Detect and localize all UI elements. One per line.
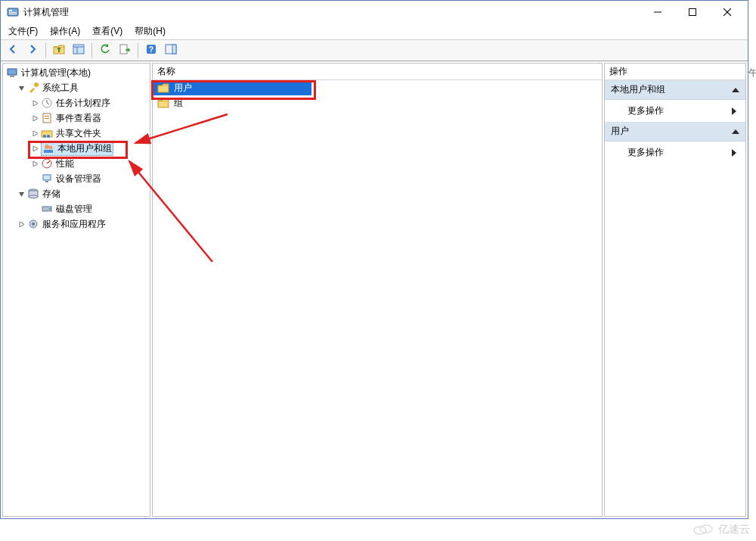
users-groups-icon [42, 142, 54, 154]
tree-system-tools-label: 系统工具 [42, 82, 79, 95]
refresh-icon [99, 43, 111, 58]
help-icon: ? [145, 43, 157, 58]
chevron-right-icon[interactable] [30, 159, 39, 168]
shared-folder-icon [41, 127, 53, 139]
svg-rect-5 [689, 9, 696, 16]
toolbar: ? [1, 40, 748, 61]
tree-local-users-groups-label: 本地用户和组 [57, 142, 112, 155]
tree-shared-folders-label: 共享文件夹 [56, 127, 101, 140]
app-window: 计算机管理 文件(F) 操作(A) 查看(V) 帮助(H) ? [0, 0, 748, 519]
folder-icon [157, 97, 169, 109]
tree-local-users-groups[interactable]: 本地用户和组 [3, 141, 150, 156]
svg-rect-1 [9, 10, 12, 11]
svg-point-37 [49, 208, 51, 210]
chevron-right-icon[interactable] [30, 144, 39, 153]
menubar: 文件(F) 操作(A) 查看(V) 帮助(H) [1, 23, 748, 40]
close-button[interactable] [710, 1, 745, 23]
svg-rect-9 [73, 45, 84, 54]
tree-storage[interactable]: 存储 [3, 186, 150, 201]
tree-root-label: 计算机管理(本地) [21, 67, 91, 79]
svg-rect-18 [10, 76, 14, 77]
tools-icon [27, 82, 39, 94]
svg-point-28 [49, 146, 53, 150]
up-button[interactable] [50, 42, 68, 60]
export-button[interactable] [116, 42, 134, 60]
tree-storage-label: 存储 [42, 188, 60, 201]
center-pane: 名称 用户 组 [152, 63, 603, 517]
tree-event-viewer[interactable]: 事件查看器 [3, 110, 150, 126]
menu-view[interactable]: 查看(V) [88, 23, 127, 39]
actions-more-1-label: 更多操作 [627, 104, 664, 117]
app-icon [7, 6, 19, 18]
actions-header: 操作 [605, 64, 745, 80]
chevron-right-icon[interactable] [30, 98, 39, 107]
svg-rect-23 [45, 118, 49, 119]
tree-services-apps[interactable]: 服务和应用程序 [3, 216, 150, 232]
menu-action[interactable]: 操作(A) [45, 23, 85, 39]
chevron-right-icon[interactable] [17, 219, 26, 229]
forward-button[interactable] [23, 42, 42, 60]
panes-icon [73, 43, 85, 58]
tree-root[interactable]: 计算机管理(本地) [3, 65, 150, 80]
svg-rect-40 [158, 86, 169, 92]
tree-system-tools[interactable]: 系统工具 [3, 80, 150, 95]
tree-disk-management[interactable]: 磁盘管理 [3, 201, 150, 216]
pane-toggle-icon [165, 43, 177, 58]
svg-rect-32 [45, 181, 48, 182]
svg-rect-12 [120, 45, 127, 54]
svg-point-27 [45, 145, 49, 149]
list-item-groups[interactable]: 组 [153, 95, 602, 110]
tree-task-scheduler-label: 任务计划程序 [56, 97, 110, 110]
svg-point-19 [34, 82, 39, 87]
tree-device-manager[interactable]: 设备管理器 [3, 171, 150, 186]
chevron-right-icon[interactable] [30, 129, 39, 138]
device-icon [41, 173, 53, 185]
performance-icon [41, 157, 53, 169]
body: 计算机管理(本地) 系统工具 任务计划程序 事件查看器 [1, 61, 748, 518]
svg-rect-2 [9, 12, 17, 13]
services-icon [27, 218, 39, 230]
tree-performance-label: 性能 [56, 157, 74, 170]
chevron-down-icon[interactable] [17, 189, 26, 198]
back-button[interactable] [4, 42, 22, 60]
tree-disk-management-label: 磁盘管理 [56, 203, 92, 216]
show-action-pane-button[interactable] [162, 42, 180, 60]
tree-task-scheduler[interactable]: 任务计划程序 [3, 95, 150, 110]
actions-section-local-users-groups[interactable]: 本地用户和组 [605, 80, 745, 100]
chevron-right-icon[interactable] [30, 113, 39, 123]
tree-performance[interactable]: 性能 [3, 156, 150, 171]
actions-pane: 操作 本地用户和组 更多操作 用户 更多操作 [604, 63, 746, 517]
export-icon [119, 43, 131, 58]
menu-file[interactable]: 文件(F) [4, 23, 42, 39]
tree-pane: 计算机管理(本地) 系统工具 任务计划程序 事件查看器 [2, 63, 150, 517]
menu-help[interactable]: 帮助(H) [130, 23, 170, 39]
svg-rect-22 [45, 116, 49, 117]
maximize-button[interactable] [675, 1, 710, 23]
minimize-button[interactable] [640, 1, 675, 23]
window-title: 计算机管理 [23, 6, 69, 19]
column-name[interactable]: 名称 [153, 65, 602, 78]
svg-rect-16 [172, 45, 176, 54]
svg-rect-41 [158, 101, 169, 107]
collapse-up-icon[interactable] [732, 129, 739, 134]
actions-more-1[interactable]: 更多操作 [605, 100, 745, 122]
actions-more-2[interactable]: 更多操作 [605, 141, 745, 163]
properties-button[interactable] [70, 42, 88, 60]
actions-section-users[interactable]: 用户 [605, 122, 745, 141]
list-header[interactable]: 名称 [153, 64, 602, 80]
forward-icon [26, 43, 39, 58]
svg-point-35 [29, 195, 38, 198]
computer-icon [6, 67, 18, 79]
list-item-users[interactable]: 用户 [153, 80, 311, 95]
tree[interactable]: 计算机管理(本地) 系统工具 任务计划程序 事件查看器 [3, 64, 150, 233]
tree-shared-folders[interactable]: 共享文件夹 [3, 126, 150, 141]
chevron-down-icon[interactable] [17, 83, 26, 92]
actions-section-label: 本地用户和组 [611, 83, 665, 96]
help-button[interactable]: ? [142, 42, 160, 60]
svg-point-39 [32, 222, 35, 225]
event-icon [41, 112, 53, 124]
refresh-button[interactable] [96, 42, 114, 60]
actions-section-users-label: 用户 [611, 125, 629, 138]
collapse-up-icon[interactable] [732, 88, 739, 92]
storage-icon [27, 188, 39, 200]
